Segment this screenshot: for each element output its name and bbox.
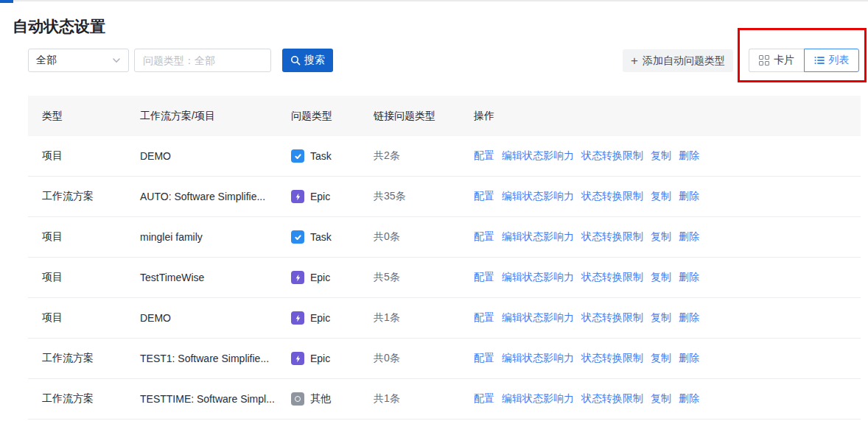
- column-header-linked-issue-type: 链接问题类型: [374, 110, 474, 123]
- edit-status-influence-link[interactable]: 编辑状态影响力: [502, 149, 574, 163]
- add-button-label: 添加自动问题类型: [643, 54, 725, 68]
- delete-link[interactable]: 删除: [679, 190, 699, 203]
- issue-type-icon: [291, 352, 304, 365]
- linked-count: 共0条: [374, 352, 474, 365]
- status-transition-limit-link[interactable]: 状态转换限制: [581, 271, 643, 284]
- delete-link[interactable]: 删除: [679, 392, 699, 406]
- edit-status-influence-link[interactable]: 编辑状态影响力: [502, 271, 574, 284]
- configure-link[interactable]: 配置: [474, 352, 494, 365]
- column-header-actions: 操作: [474, 110, 861, 123]
- table-header-row: 类型 工作流方案/项目 问题类型 链接问题类型 操作: [28, 96, 861, 136]
- row-type: 工作流方案: [28, 392, 140, 406]
- row-type: 项目: [28, 230, 140, 244]
- chevron-down-icon: [112, 56, 121, 65]
- list-icon: [814, 55, 825, 66]
- issue-type-icon: [291, 311, 304, 325]
- issue-type-icon: [291, 392, 304, 406]
- status-transition-limit-link[interactable]: 状态转换限制: [581, 190, 643, 203]
- table-row: 工作流方案 TESTTIME: Software Simpl... 其他 共1条…: [28, 379, 861, 420]
- copy-link[interactable]: 复制: [651, 352, 671, 365]
- delete-link[interactable]: 删除: [679, 230, 699, 244]
- card-grid-icon: [759, 55, 769, 66]
- list-view-button[interactable]: 列表: [804, 49, 859, 72]
- row-type: 工作流方案: [28, 190, 140, 203]
- row-type: 项目: [28, 149, 140, 163]
- row-name: DEMO: [140, 150, 291, 162]
- configure-link[interactable]: 配置: [474, 230, 494, 244]
- card-view-button[interactable]: 卡片: [749, 49, 804, 72]
- status-transition-limit-link[interactable]: 状态转换限制: [581, 392, 643, 406]
- configure-link[interactable]: 配置: [474, 190, 494, 203]
- configure-link[interactable]: 配置: [474, 149, 494, 163]
- table-row: 项目 minglei family Task 共0条 配置 编辑状态影响力 状态…: [28, 217, 861, 258]
- row-type: 工作流方案: [28, 352, 140, 365]
- status-transition-limit-link[interactable]: 状态转换限制: [581, 352, 643, 365]
- row-name: minglei family: [140, 231, 291, 243]
- column-header-type: 类型: [28, 110, 140, 123]
- copy-link[interactable]: 复制: [651, 271, 671, 284]
- edit-status-influence-link[interactable]: 编辑状态影响力: [502, 311, 574, 325]
- issue-type-label: Epic: [310, 312, 330, 324]
- issue-type-label: Task: [310, 150, 332, 162]
- issue-type-label: Epic: [310, 353, 330, 364]
- row-name: TESTTIME: Software Simpl...: [140, 393, 291, 405]
- linked-count: 共5条: [374, 271, 474, 284]
- list-view-label: 列表: [829, 54, 850, 67]
- page: 自动状态设置 全部 搜索 + 添加自动问题类型 卡片 列表 类: [0, 0, 868, 421]
- edit-status-influence-link[interactable]: 编辑状态影响力: [502, 352, 574, 365]
- issue-type-label: Epic: [310, 191, 330, 202]
- issue-type-label: 其他: [310, 392, 331, 406]
- row-name: DEMO: [140, 312, 291, 324]
- view-toggle: 卡片 列表: [749, 49, 859, 72]
- edit-status-influence-link[interactable]: 编辑状态影响力: [502, 392, 574, 406]
- delete-link[interactable]: 删除: [679, 311, 699, 325]
- row-name: AUTO: Software Simplifie...: [140, 191, 291, 202]
- table-row: 工作流方案 AUTO: Software Simplifie... Epic 共…: [28, 177, 861, 217]
- row-type: 项目: [28, 311, 140, 325]
- configure-link[interactable]: 配置: [474, 392, 494, 406]
- delete-link[interactable]: 删除: [679, 149, 699, 163]
- page-title: 自动状态设置: [13, 16, 105, 37]
- card-view-label: 卡片: [774, 54, 794, 67]
- table-row: 项目 TestTimeWise Epic 共5条 配置 编辑状态影响力 状态转换…: [28, 258, 861, 298]
- issue-type-label: Task: [310, 231, 332, 243]
- table-row: 项目 DEMO Epic 共1条 配置 编辑状态影响力 状态转换限制 复制 删除: [28, 298, 861, 339]
- add-auto-issue-type-button[interactable]: + 添加自动问题类型: [623, 49, 733, 72]
- delete-link[interactable]: 删除: [679, 352, 699, 365]
- copy-link[interactable]: 复制: [651, 392, 671, 406]
- issue-type-icon: [291, 190, 304, 203]
- type-filter-select[interactable]: 全部: [28, 49, 129, 72]
- search-button-label: 搜索: [304, 54, 325, 67]
- status-transition-limit-link[interactable]: 状态转换限制: [581, 311, 643, 325]
- issue-type-icon: [291, 149, 304, 163]
- status-transition-limit-link[interactable]: 状态转换限制: [581, 230, 643, 244]
- auto-status-table: 类型 工作流方案/项目 问题类型 链接问题类型 操作 项目 DEMO Task …: [28, 96, 861, 420]
- row-name: TEST1: Software Simplifie...: [140, 353, 291, 364]
- edit-status-influence-link[interactable]: 编辑状态影响力: [502, 190, 574, 203]
- linked-count: 共0条: [374, 230, 474, 244]
- linked-count: 共1条: [374, 392, 474, 406]
- issue-type-search-input[interactable]: [134, 49, 271, 72]
- issue-type-icon: [291, 230, 304, 244]
- row-type: 项目: [28, 271, 140, 284]
- copy-link[interactable]: 复制: [651, 311, 671, 325]
- linked-count: 共2条: [374, 149, 474, 163]
- plus-icon: +: [631, 54, 638, 67]
- column-header-scheme-project: 工作流方案/项目: [140, 110, 291, 123]
- configure-link[interactable]: 配置: [474, 311, 494, 325]
- linked-count: 共35条: [374, 190, 474, 203]
- configure-link[interactable]: 配置: [474, 271, 494, 284]
- edit-status-influence-link[interactable]: 编辑状态影响力: [502, 230, 574, 244]
- table-row: 项目 DEMO Task 共2条 配置 编辑状态影响力 状态转换限制 复制 删除: [28, 136, 861, 177]
- issue-type-icon: [291, 271, 304, 284]
- search-button[interactable]: 搜索: [282, 49, 333, 72]
- issue-type-label: Epic: [310, 272, 330, 283]
- copy-link[interactable]: 复制: [651, 230, 671, 244]
- delete-link[interactable]: 删除: [679, 271, 699, 284]
- copy-link[interactable]: 复制: [651, 190, 671, 203]
- linked-count: 共1条: [374, 311, 474, 325]
- top-border: [0, 0, 868, 1]
- status-transition-limit-link[interactable]: 状态转换限制: [581, 149, 643, 163]
- copy-link[interactable]: 复制: [651, 149, 671, 163]
- table-row: 工作流方案 TEST1: Software Simplifie... Epic …: [28, 339, 861, 379]
